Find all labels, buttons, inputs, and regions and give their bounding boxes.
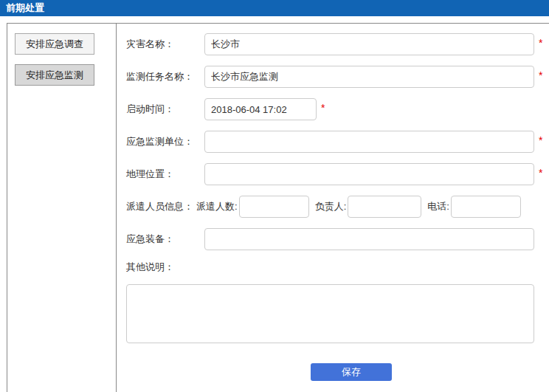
personnel-phone-label: 电话: bbox=[427, 200, 449, 213]
equipment-input[interactable] bbox=[204, 228, 534, 250]
monitor-unit-label: 应急监测单位： bbox=[126, 135, 204, 148]
row-task-name: 监测任务名称： * bbox=[126, 66, 549, 88]
row-personnel: 派遣人员信息： 派遣人数: 负责人: 电话: bbox=[126, 196, 549, 218]
location-label: 地理位置： bbox=[126, 168, 204, 181]
required-marker: * bbox=[539, 167, 542, 179]
row-start-time: 启动时间： * bbox=[126, 98, 549, 120]
personnel-phone-input[interactable] bbox=[451, 196, 521, 218]
required-marker: * bbox=[321, 102, 325, 114]
monitor-unit-input[interactable] bbox=[204, 131, 534, 153]
page-title: 前期处置 bbox=[0, 0, 549, 16]
required-marker: * bbox=[539, 37, 542, 49]
notes-textarea[interactable] bbox=[126, 284, 534, 343]
disaster-name-label: 灾害名称： bbox=[126, 38, 204, 51]
personnel-count-input[interactable] bbox=[239, 196, 309, 218]
disaster-name-input[interactable] bbox=[204, 33, 534, 55]
start-time-label: 启动时间： bbox=[126, 103, 204, 116]
save-button[interactable]: 保存 bbox=[311, 363, 392, 381]
personnel-count-label: 派遣人数: bbox=[196, 200, 238, 213]
content-panel: 安排应急调查 安排应急监测 灾害名称： * 监测任务名称： * 启动时间： * … bbox=[7, 23, 549, 392]
notes-label: 其他说明： bbox=[126, 261, 549, 274]
equipment-label: 应急装备： bbox=[126, 233, 204, 246]
sidebar-button-arrange-investigation[interactable]: 安排应急调查 bbox=[15, 33, 94, 55]
required-marker: * bbox=[539, 134, 542, 146]
personnel-leader-input[interactable] bbox=[348, 196, 421, 218]
start-time-input[interactable] bbox=[204, 98, 317, 120]
task-name-input[interactable] bbox=[204, 66, 534, 88]
form-area: 灾害名称： * 监测任务名称： * 启动时间： * 应急监测单位： * 地理位置… bbox=[117, 24, 549, 392]
sidebar-button-arrange-monitoring[interactable]: 安排应急监测 bbox=[15, 64, 94, 86]
row-location: 地理位置： * bbox=[126, 163, 549, 185]
row-equipment: 应急装备： bbox=[126, 228, 549, 250]
row-monitor-unit: 应急监测单位： * bbox=[126, 131, 549, 153]
location-input[interactable] bbox=[204, 163, 534, 185]
row-disaster-name: 灾害名称： * bbox=[126, 33, 549, 55]
personnel-label: 派遣人员信息： bbox=[126, 200, 196, 213]
task-name-label: 监测任务名称： bbox=[126, 70, 204, 83]
required-marker: * bbox=[539, 69, 542, 81]
sidebar: 安排应急调查 安排应急监测 bbox=[7, 24, 117, 392]
personnel-leader-label: 负责人: bbox=[315, 200, 347, 213]
